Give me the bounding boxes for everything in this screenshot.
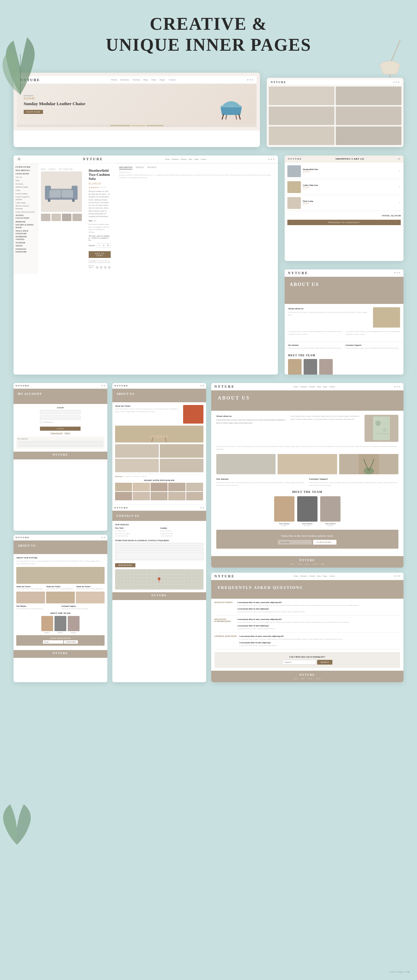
email-newsletter-input[interactable] (43, 640, 63, 644)
about-v2-logo: NYTURE (114, 384, 129, 387)
product-description-section: DESCRIPTION DETAILS REVIEWS Why We Love … (116, 163, 278, 274)
about-us-large-mockup: NYTURE ABOUT US About about us Lorem ips… (284, 269, 403, 375)
svg-rect-19 (72, 199, 75, 202)
col-3-4: NYTURE HomeElementsFashionBlogPagesConta… (211, 383, 404, 682)
tablet-product-4 (336, 107, 401, 125)
tab-details[interactable]: DETAILS (136, 166, 144, 169)
thumbnail-4[interactable] (72, 214, 82, 221)
svg-rect-34 (375, 433, 388, 434)
thumbnail-2[interactable] (51, 214, 61, 221)
register-link[interactable]: Register (65, 432, 70, 434)
hero-product-title: Sunday Modular Leather Chaise (24, 101, 85, 107)
contact-email-input[interactable] (115, 547, 203, 551)
twitter-icon[interactable] (100, 266, 102, 269)
pinterest-icon[interactable] (104, 266, 107, 269)
svg-line-6 (222, 114, 224, 119)
faq-search-input[interactable] (282, 660, 316, 665)
tab-description[interactable]: DESCRIPTION (119, 166, 133, 169)
svg-line-21 (152, 438, 153, 442)
tablet-mockup: NYTURE (267, 78, 403, 147)
team-member-2: Member (304, 359, 317, 375)
team-m1: Team Member Designer (274, 496, 294, 527)
about-full-img (364, 415, 398, 442)
about-full-newsletter-button[interactable]: SUBSCRIBE › (313, 540, 336, 545)
product-name: Heatherfield Two-Cushion Sofa (89, 169, 111, 181)
thumbnail-1[interactable] (41, 214, 50, 221)
page-header: CREATIVE & UNIQUE INNER PAGES (0, 0, 417, 66)
faq-item-1: MANUFACTURING Lorem ipsum dolor sit amet… (214, 601, 400, 616)
cart-item: Coffee Table Oak $450.00 Qty: 1 ✕ (288, 181, 401, 195)
cart-item-details-1: Heatherfield Sofa $1,998.00 Qty: 1 (303, 169, 397, 174)
my-account-mockup: NYTURE MY ACCOUNT LOGIN Remember me (14, 383, 107, 530)
cart-item-details-3: Floor Lamp $299.00 Qty: 1 (303, 200, 397, 206)
add-to-cart-button[interactable]: ADD TO CART (89, 251, 111, 258)
plant-left-decoration (0, 27, 41, 95)
cart-content: Heatherfield Sofa $1,998.00 Qty: 1 ✕ Cof… (284, 162, 403, 228)
svg-point-29 (158, 578, 160, 580)
login-button[interactable]: LOGIN (40, 426, 81, 431)
instagram-icon[interactable] (108, 266, 111, 269)
about-full-footer: NYTURE Home Shop About Contact Blog (211, 556, 404, 568)
support-title: Customer Support (345, 344, 400, 346)
remove-item-icon[interactable]: ✕ (399, 170, 401, 172)
svg-rect-31 (373, 417, 390, 440)
shop-now-button[interactable]: SHOP NOW (24, 110, 43, 114)
faq-logo: NYTURE (214, 574, 235, 578)
cart-logo: NYTURE (288, 158, 302, 160)
product-main-image (41, 172, 82, 212)
quantity-minus[interactable]: − (97, 243, 102, 247)
email-newsletter-button[interactable]: SUBSCRIBE (64, 640, 78, 644)
svg-line-7 (239, 114, 240, 119)
product-images: Home / Furniture / Two Cushion Sofa (41, 167, 82, 271)
remove-item-icon-3[interactable]: ✕ (399, 202, 401, 204)
product-main: Home / Furniture / Two Cushion Sofa (38, 163, 116, 274)
tab-reviews[interactable]: REVIEWS (148, 166, 157, 169)
map-placeholder (115, 569, 203, 590)
about-s1-logo: NYTURE (16, 536, 30, 539)
facebook-icon[interactable] (96, 266, 99, 269)
about-small-1-mockup: NYTURE ABOUT US ABOUT OUR NYTURE Lorem i… (14, 535, 107, 682)
username-field[interactable] (40, 410, 81, 414)
remember-checkbox[interactable] (40, 421, 42, 423)
cart-mockup: NYTURE SHOPPING CART (3) ✕ Heatherfield … (284, 156, 403, 261)
about-logo: NYTURE (288, 271, 308, 275)
price-old: $5,750.00 (24, 94, 85, 97)
product-page-nav: NYTURE Home Elements Fashion Blog Pages … (14, 156, 278, 163)
svg-line-8 (226, 115, 227, 120)
about-s1-hero: ABOUT US (14, 541, 107, 554)
page-title: CREATIVE & UNIQUE INNER PAGES (7, 14, 410, 56)
thumbnail-3[interactable] (62, 214, 72, 221)
product-page-content: FURNITURE NEW ARRIVALS LIVING ROOM View … (14, 163, 278, 274)
faq-search-button[interactable]: SEARCH (317, 660, 332, 665)
about-s1-footer-logo: NYTURE (16, 652, 105, 655)
svg-line-11 (19, 159, 20, 160)
cart-header: NYTURE SHOPPING CART (3) ✕ (284, 156, 403, 162)
cart-title: SHOPPING CART (3) (336, 158, 364, 160)
contact-footer-logo: NYTURE (115, 594, 203, 597)
quantity-plus[interactable]: + (105, 243, 110, 247)
contact-content: OUR OFFICES New York 123 Main StreetNew … (112, 521, 206, 592)
tablet-product-5 (269, 126, 334, 145)
laptop-hero: $5,750.00 $4,250.00 Sunday Modular Leath… (17, 84, 257, 124)
password-field[interactable] (40, 415, 81, 420)
team-members: Member Member Member (288, 359, 400, 375)
contact-form: STORE PURCHASES & GENERAL CONTACT INQUIR… (115, 539, 203, 567)
watermark: www.rage.com (390, 970, 410, 973)
right-column-top: NYTURE SHOPPING CART (3) ✕ Heatherfield … (284, 156, 403, 375)
checkout-button[interactable]: PROCEED TO CHECKOUT (288, 220, 401, 225)
leaf-bottom-decoration (0, 794, 34, 845)
contact-submit-button[interactable]: SEND MESSAGE (115, 563, 136, 567)
top-screens-section: NYTURE Home Elements Fashion Blog Shop P… (14, 73, 403, 147)
svg-rect-18 (48, 199, 50, 202)
cart-close-icon[interactable]: ✕ (398, 158, 400, 161)
laptop-nav: Home Elements Fashion Blog Shop Pages Co… (111, 78, 176, 81)
remove-item-icon-2[interactable]: ✕ (399, 186, 401, 188)
mission-title: Our mission (288, 344, 343, 346)
forgot-password-link[interactable]: Forgot password? (50, 432, 62, 434)
contact-message-input[interactable] (115, 552, 203, 560)
contact-name-input[interactable] (115, 543, 203, 546)
middle-screens: NYTURE Home Elements Fashion Blog Pages … (14, 156, 403, 375)
about-variant-2-mockup: NYTURE ABOUT US About our Nyture Lorem i… (112, 383, 206, 682)
mission-section: Our mission Lorem ipsum dolor sit amet c… (284, 342, 403, 352)
about-full-newsletter-input[interactable] (278, 540, 312, 545)
